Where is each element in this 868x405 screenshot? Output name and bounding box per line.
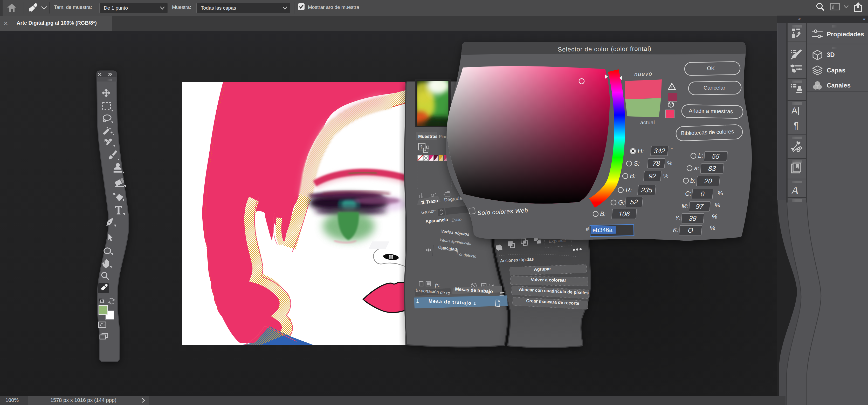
svg-text:?: ?: [420, 145, 423, 149]
svg-text:?: ?: [424, 149, 426, 152]
svg-text:fx.: fx.: [435, 282, 441, 288]
